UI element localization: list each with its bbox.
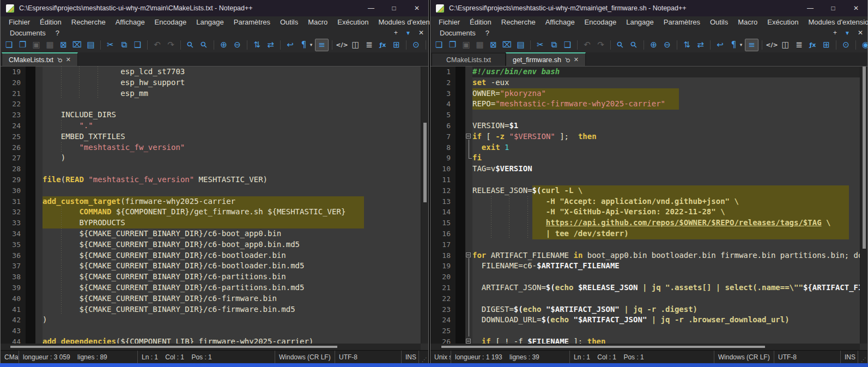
word-wrap-icon[interactable]: ↩ <box>284 39 296 51</box>
horizontal-scrollbar[interactable] <box>430 344 860 350</box>
document-map-icon[interactable]: ◫ <box>779 39 792 51</box>
fold-margin[interactable] <box>465 326 472 336</box>
close-icon[interactable]: ⊠ <box>57 39 70 51</box>
menu-item-encodage[interactable]: Encodage <box>150 18 192 26</box>
code-text[interactable]: add_dependencies(${COMPONENT_LIB} firmwa… <box>43 336 421 344</box>
print-icon[interactable]: ▤ <box>514 39 527 51</box>
menu-item-fichier[interactable]: Fichier <box>434 18 465 26</box>
code-text[interactable]: fi <box>472 153 860 164</box>
vertical-scrollbar-thumb[interactable] <box>863 67 866 249</box>
fold-margin[interactable] <box>465 261 472 272</box>
cut-icon[interactable]: ✂ <box>104 39 117 51</box>
save-all-icon[interactable]: ▦ <box>44 39 56 51</box>
code-text[interactable]: #!/usr/bin/env bash <box>472 67 860 77</box>
status-insert-mode[interactable]: INS <box>402 351 419 363</box>
fold-margin[interactable] <box>465 336 472 344</box>
code-text[interactable] <box>472 110 860 121</box>
minimize-button[interactable]: — <box>360 0 383 16</box>
menu-item-edition[interactable]: Édition <box>35 18 66 26</box>
code-text[interactable]: if [ -z "$VERSION" ]; then <box>472 131 860 142</box>
monitor-lock-icon[interactable]: ⊞ <box>390 39 403 51</box>
vertical-scrollbar[interactable] <box>421 67 428 344</box>
code-text[interactable]: ${CMAKE_CURRENT_BINARY_DIR}/c6-boot_app0… <box>43 239 421 250</box>
redo-icon[interactable]: ↷ <box>594 39 607 51</box>
code-text[interactable]: ${CMAKE_CURRENT_BINARY_DIR}/c6-boot_app0… <box>43 228 421 239</box>
code-text[interactable]: TAG=v$VERSION <box>472 164 860 175</box>
function-completion-icon[interactable]: ƒx <box>377 39 389 51</box>
code-text[interactable]: FILENAME=c6-$ARTIFACT_FILENAME <box>472 261 860 272</box>
fold-collapse-icon[interactable] <box>466 339 471 344</box>
save-icon[interactable]: ▣ <box>460 39 472 51</box>
fold-margin[interactable] <box>465 131 472 142</box>
status-doc-type[interactable]: Unix s <box>430 351 451 363</box>
tab-cmakeliststxt[interactable]: CMakeLists.txt⚲✕ <box>2 52 78 66</box>
code-text[interactable] <box>472 239 860 250</box>
menu-item-recherche[interactable]: Recherche <box>496 18 541 26</box>
fold-margin[interactable] <box>465 304 472 315</box>
title-bar[interactable]: C:\Espressif\projects\meshtastic-ui-why-… <box>430 0 867 16</box>
vertical-scrollbar[interactable] <box>860 67 867 344</box>
sync-vertical-scroll-icon[interactable]: ⇅ <box>251 39 263 51</box>
function-list-icon[interactable]: </> <box>336 39 348 51</box>
code-text[interactable] <box>43 185 421 196</box>
tab-getfirmwaresh[interactable]: get_firmware.sh⚲✕ <box>506 52 586 66</box>
tab-list-button[interactable]: ▼ <box>405 30 411 36</box>
close-all-icon[interactable]: ⌧ <box>71 39 83 51</box>
function-completion-icon[interactable]: ƒx <box>806 39 819 51</box>
fold-margin[interactable] <box>465 293 472 304</box>
code-text[interactable]: ${CMAKE_CURRENT_BINARY_DIR}/c6-bootloade… <box>43 261 421 272</box>
menu-item-affichage[interactable]: Affichage <box>111 18 150 26</box>
code-text[interactable] <box>472 326 860 336</box>
code-text[interactable]: add_custom_target(firmware-why2025-carri… <box>43 196 421 207</box>
zoom-in-icon[interactable]: ⊕ <box>217 39 230 51</box>
status-encoding[interactable]: UTF-8 <box>335 351 402 363</box>
menu-item-encodage[interactable]: Encodage <box>580 18 622 26</box>
code-text[interactable]: | tee /dev/stderr) <box>472 228 860 239</box>
code-text[interactable]: OWNER="pkoryzna" <box>472 88 860 99</box>
code-text[interactable]: if [ ! -f $FILENAME ]; then <box>472 336 860 344</box>
word-wrap-icon[interactable]: ↩ <box>714 39 726 51</box>
code-text[interactable] <box>472 175 860 185</box>
code-text[interactable]: DOWNLOAD_URL=$(echo "$ARTIFACT_JSON" | j… <box>472 315 860 326</box>
show-chars-dropdown-icon[interactable]: ▾ <box>738 39 744 51</box>
code-text[interactable] <box>43 164 421 175</box>
code-text[interactable]: ) <box>43 153 421 164</box>
status-eol-format[interactable]: Windows (CR LF) <box>714 351 774 363</box>
fold-collapse-icon[interactable] <box>466 252 471 257</box>
fold-margin[interactable] <box>465 142 472 153</box>
tab-list-button[interactable]: ▼ <box>845 30 850 36</box>
title-bar[interactable]: C:\Espressif\projects\meshtastic-ui-why-… <box>1 0 428 16</box>
code-view[interactable]: 19 esp_lcd_st770320 esp_hw_support21 esp… <box>1 67 421 344</box>
open-file-icon[interactable]: ❐ <box>446 39 459 51</box>
menu-item-execution[interactable]: Exécution <box>332 18 373 26</box>
code-text[interactable]: -H "X-GitHub-Api-Version: 2022-11-28" \ <box>472 207 860 218</box>
paste-icon[interactable]: ❑ <box>131 39 144 51</box>
horizontal-scrollbar[interactable] <box>1 344 421 350</box>
resize-grip[interactable]: ⋰ <box>419 351 428 363</box>
print-icon[interactable]: ▤ <box>84 39 97 51</box>
menu-item-parametres[interactable]: Paramètres <box>229 18 275 26</box>
menu-item-macro[interactable]: Macro <box>733 18 762 26</box>
maximize-button[interactable]: □ <box>383 0 405 16</box>
code-text[interactable]: esp_mm <box>43 88 421 99</box>
close-tab-icon[interactable]: ✕ <box>574 56 579 63</box>
new-file-icon[interactable]: ❏ <box>433 39 445 51</box>
undo-icon[interactable]: ↶ <box>151 39 163 51</box>
code-text[interactable]: "meshtastic_fw_version" <box>43 142 421 153</box>
code-text[interactable]: https://api.github.com/repos/$OWNER/$REP… <box>472 218 860 228</box>
sync-vertical-scroll-icon[interactable]: ⇅ <box>681 39 693 51</box>
document-map-icon[interactable]: ◫ <box>349 39 362 51</box>
indent-guide-icon[interactable]: ≡ <box>745 39 758 51</box>
status-document-length-lines[interactable]: longueur : 1 193 lignes : 39 <box>451 351 570 363</box>
new-tab-button[interactable]: + <box>833 29 837 37</box>
code-text[interactable] <box>472 293 860 304</box>
monitor-lock-icon[interactable]: ⊞ <box>820 39 833 51</box>
indent-guide-icon[interactable]: ≡ <box>315 39 329 51</box>
close-button[interactable]: ✕ <box>405 0 428 16</box>
close-icon[interactable]: ⊠ <box>487 39 500 51</box>
fold-collapse-icon[interactable] <box>466 134 471 139</box>
minimize-button[interactable]: — <box>799 0 822 16</box>
fold-margin[interactable] <box>465 153 472 164</box>
code-text[interactable]: REPO="meshtastic-firmware-why2025-carrie… <box>472 99 860 110</box>
redo-icon[interactable]: ↷ <box>165 39 177 51</box>
